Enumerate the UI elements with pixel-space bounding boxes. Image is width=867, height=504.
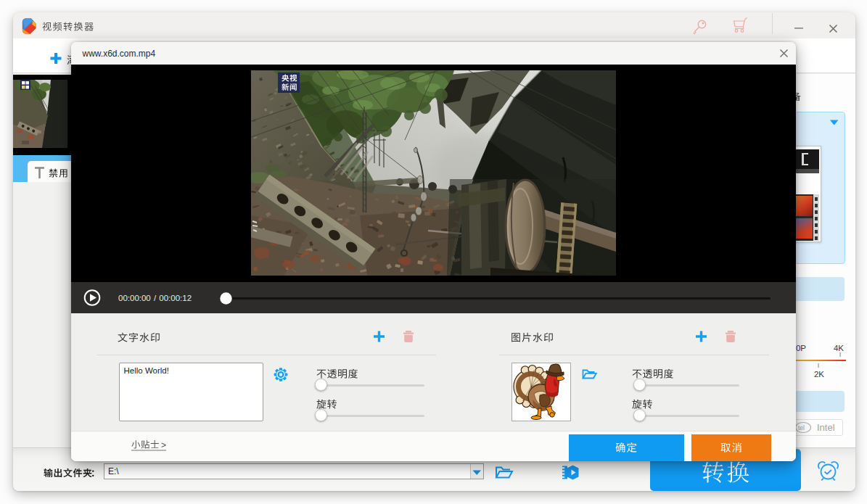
svg-text:>: > xyxy=(161,440,166,450)
